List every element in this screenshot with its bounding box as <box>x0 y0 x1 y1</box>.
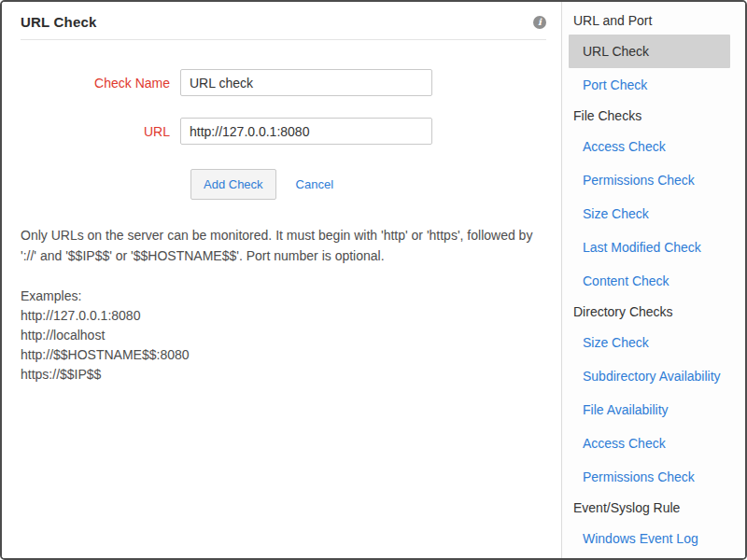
sidebar-item-linux-syslog[interactable]: Linux Syslog <box>562 555 745 558</box>
panel-header: URL Check i <box>21 14 546 40</box>
example-url: https://$$IP$$ <box>21 365 543 385</box>
check-name-row: Check Name <box>2 69 561 96</box>
sidebar-item-windows-event-log[interactable]: Windows Event Log <box>562 522 745 555</box>
sidebar-item-port-check[interactable]: Port Check <box>562 68 745 102</box>
url-row: URL <box>2 118 561 145</box>
check-name-input[interactable] <box>180 69 432 96</box>
sidebar-item-access-check[interactable]: Access Check <box>562 130 745 163</box>
sidebar-item-file-availability[interactable]: File Availability <box>562 393 745 427</box>
sidebar-item-dir-access-check[interactable]: Access Check <box>562 427 745 460</box>
url-check-form: Check Name URL Add Check Cancel <box>2 69 561 200</box>
sidebar-item-url-check[interactable]: URL Check <box>569 35 730 68</box>
page-title: URL Check <box>21 14 97 30</box>
main-panel: URL Check i Check Name URL Add Check Can… <box>2 2 561 558</box>
cancel-link[interactable]: Cancel <box>296 177 333 191</box>
examples-block: Examples: http://127.0.0.1:8080 http://l… <box>21 287 543 385</box>
examples-label: Examples: <box>21 287 543 306</box>
sidebar-section-directory-checks: Directory Checks <box>562 298 745 326</box>
url-label: URL <box>2 124 180 139</box>
sidebar-item-size-check[interactable]: Size Check <box>562 197 745 231</box>
sidebar-item-permissions-check[interactable]: Permissions Check <box>562 163 745 197</box>
example-url: http://$$HOSTNAME$$:8080 <box>21 345 543 365</box>
sidebar-item-content-check[interactable]: Content Check <box>562 264 745 298</box>
example-url: http://localhost <box>21 326 543 345</box>
check-name-label: Check Name <box>2 76 180 91</box>
info-icon[interactable]: i <box>533 16 546 29</box>
url-input[interactable] <box>180 118 432 145</box>
check-types-sidebar: URL and Port URL Check Port Check File C… <box>561 2 745 558</box>
form-actions: Add Check Cancel <box>190 169 561 200</box>
sidebar-section-file-checks: File Checks <box>562 102 745 130</box>
sidebar-item-subdirectory-availability[interactable]: Subdirectory Availability <box>562 359 745 393</box>
sidebar-section-url-and-port: URL and Port <box>562 7 745 35</box>
sidebar-item-dir-size-check[interactable]: Size Check <box>562 326 745 359</box>
add-check-button[interactable]: Add Check <box>190 169 276 200</box>
sidebar-section-event-syslog-rule: Event/Syslog Rule <box>562 494 745 522</box>
sidebar-item-dir-permissions-check[interactable]: Permissions Check <box>562 460 745 494</box>
example-url: http://127.0.0.1:8080 <box>21 306 543 326</box>
help-text: Only URLs on the server can be monitored… <box>21 225 542 266</box>
sidebar-item-last-modified-check[interactable]: Last Modified Check <box>562 231 745 264</box>
url-check-window: URL Check i Check Name URL Add Check Can… <box>0 0 747 560</box>
